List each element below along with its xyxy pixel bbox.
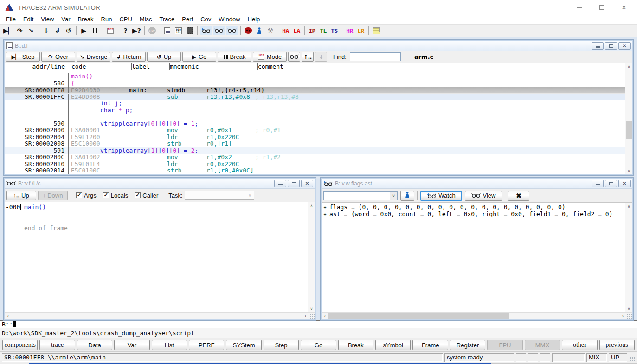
softkey-trace[interactable]: trace <box>39 340 75 350</box>
code-row[interactable] <box>5 114 625 121</box>
system-info-button[interactable] <box>254 25 265 36</box>
softkey-step[interactable]: Step <box>264 340 299 350</box>
resize-grip[interactable] <box>626 313 632 319</box>
menu-var[interactable]: Var <box>58 15 74 24</box>
code-row[interactable]: SR:00002014E5C0100Cstrbr1,[r0,#0x0C] <box>5 167 625 174</box>
delete-watch-button[interactable]: ✖ <box>508 191 529 201</box>
frame-down-button[interactable]: ↓Down <box>38 191 68 200</box>
code-row[interactable]: SR:00002004E59F1200ldrr1,0x220C <box>5 134 625 141</box>
go-up-button[interactable]: ↺ <box>63 25 74 36</box>
menu-misc[interactable]: Misc <box>136 15 156 24</box>
softkey-var[interactable]: Var <box>114 340 149 350</box>
code-row[interactable]: SR:0000200CE3A01002movr1,#0x2; r1,#2 <box>5 154 625 161</box>
step-diverge-button[interactable]: ↘ <box>26 25 37 36</box>
memory-button[interactable] <box>184 25 195 36</box>
scroll-right-icon[interactable]: › <box>619 313 626 319</box>
variable-view-button[interactable] <box>226 26 238 35</box>
scroll-down-icon[interactable]: ∨ <box>625 167 632 174</box>
watch-maximize-button[interactable] <box>605 180 617 187</box>
softkey-list[interactable]: List <box>152 340 187 350</box>
menu-cpu[interactable]: CPU <box>116 15 135 24</box>
softkey-frame[interactable]: Frame <box>412 340 448 350</box>
code-row[interactable]: SR:00001FF8E92D4030main:stmdbr13!,{r4-r5… <box>5 87 625 94</box>
menu-file[interactable]: File <box>2 15 19 24</box>
var-info-button[interactable] <box>400 191 414 201</box>
softkey-register[interactable]: Register <box>450 340 485 350</box>
variable-combobox[interactable]: ∨ <box>323 191 398 200</box>
checkbox-args[interactable]: Args <box>76 192 97 199</box>
resize-grip[interactable] <box>309 313 315 319</box>
minimize-button[interactable] <box>572 2 587 13</box>
frame-entry[interactable]: main() <box>24 204 308 211</box>
ip-button[interactable]: IP <box>307 25 318 36</box>
scroll-left-icon[interactable]: ‹ <box>5 313 12 319</box>
scroll-down-icon[interactable]: ∨ <box>308 305 315 312</box>
resize-grip[interactable] <box>629 356 635 362</box>
list-break-button[interactable]: Break <box>218 52 251 62</box>
softkey-system[interactable]: SYStem <box>226 340 261 350</box>
ha-button[interactable]: HA <box>280 25 291 36</box>
checkbox-locals[interactable]: Locals <box>103 192 129 199</box>
menu-view[interactable]: View <box>37 15 58 24</box>
softkey-symbol[interactable]: sYmbol <box>375 340 411 350</box>
code-row[interactable]: SR:00002008E5C10000strbr0,[r1] <box>5 140 625 147</box>
breakpoint-list-button[interactable] <box>243 25 254 36</box>
scroll-up-icon[interactable]: ∧ <box>625 63 632 70</box>
help-button[interactable]: ? <box>120 25 131 36</box>
step-button[interactable]: ▶▏ <box>2 25 14 36</box>
la-button[interactable]: LA <box>291 25 302 36</box>
scroll-up-icon[interactable]: ∧ <box>625 203 632 210</box>
expand-icon[interactable] <box>323 212 327 216</box>
softkey-mmx[interactable]: MMX <box>525 340 560 350</box>
watch-horizontal-scrollbar[interactable]: ‹ › <box>322 312 632 319</box>
menu-edit[interactable]: Edit <box>19 15 37 24</box>
checkbox-caller[interactable]: Caller <box>135 192 158 199</box>
softkey-other[interactable]: other <box>562 340 597 350</box>
task-combobox[interactable]: ∨ <box>185 191 254 200</box>
softkey-break[interactable]: Break <box>338 340 373 350</box>
frame-up-button[interactable]: ↑‥Up <box>6 191 36 200</box>
code-row[interactable]: SR:00002010E59F01F4ldrr0,0x220C <box>5 161 625 168</box>
tools-button[interactable]: ⚒ <box>265 25 276 36</box>
view-button[interactable]: View <box>465 191 502 201</box>
mode-button[interactable] <box>105 25 116 36</box>
softkey-fpu[interactable]: FPU <box>487 340 522 350</box>
list-return-button[interactable]: ↲Return <box>112 52 146 62</box>
menu-help[interactable]: Help <box>244 15 264 24</box>
menu-trace[interactable]: Trace <box>156 15 179 24</box>
softkey-components[interactable]: components <box>2 340 38 350</box>
softkey-data[interactable]: Data <box>77 340 112 350</box>
scroll-right-icon[interactable]: › <box>302 313 309 319</box>
frame-close-button[interactable]: ✕ <box>301 180 313 187</box>
list-go-button[interactable]: ▶Go <box>182 52 216 62</box>
code-row[interactable]: SR:00002000E3A00001movr0,#0x1; r0,#1 <box>5 127 625 134</box>
context-help-button[interactable]: ▶? <box>131 25 142 36</box>
frame-maximize-button[interactable] <box>288 180 300 187</box>
menu-cov[interactable]: Cov <box>197 15 215 24</box>
ts-button[interactable]: TS <box>329 25 340 36</box>
watch-minimize-button[interactable] <box>592 180 604 187</box>
code-row[interactable]: int j; <box>5 100 625 107</box>
code-row[interactable]: main() <box>5 73 625 80</box>
maximize-button[interactable] <box>594 2 610 13</box>
list-maximize-button[interactable] <box>605 42 617 50</box>
menu-run[interactable]: Run <box>97 15 116 24</box>
memory-dump-button[interactable]: 010101 <box>173 25 184 36</box>
step-into-button[interactable]: ↓ <box>41 25 52 36</box>
scroll-left-icon[interactable]: ‹ <box>322 313 328 319</box>
break-button[interactable] <box>90 25 101 36</box>
tl-button[interactable]: TL <box>318 25 329 36</box>
find-input[interactable] <box>350 52 401 61</box>
softkey-perf[interactable]: PERF <box>189 340 224 350</box>
list-minimize-button[interactable] <box>592 42 604 50</box>
watch-vertical-scrollbar[interactable]: ∧ ∨ <box>625 203 632 312</box>
lr-button[interactable]: LR <box>355 25 367 36</box>
frame-horizontal-scrollbar[interactable]: ‹ › <box>5 312 315 319</box>
watch-entry[interactable]: flags = (0, 0, 0, 0, 0, 0, 0, 0, 0, 0, 0… <box>323 204 625 211</box>
frame-vertical-scrollbar[interactable]: ∧ ∨ <box>308 202 315 312</box>
code-row[interactable]: 590vtripplearray[0][0][0] = 1; <box>5 121 625 128</box>
list-over-button[interactable]: ↷Over <box>41 52 75 62</box>
register-view-button[interactable] <box>213 26 225 35</box>
code-row[interactable]: char * p; <box>5 107 625 114</box>
close-button[interactable]: ✕ <box>616 2 632 13</box>
